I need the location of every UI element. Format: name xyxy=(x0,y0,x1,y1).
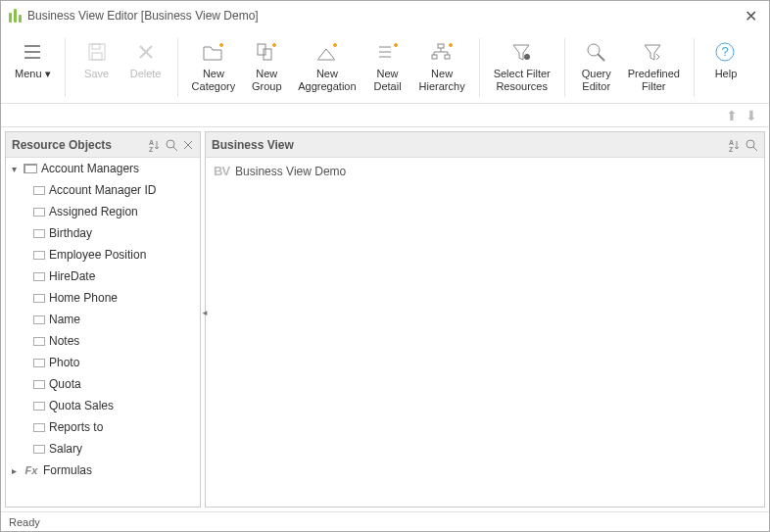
menu-label: Menu xyxy=(15,68,42,79)
new-aggregation-label: New Aggregation xyxy=(298,68,356,93)
business-view-item[interactable]: BV Business View Demo xyxy=(214,164,756,178)
tree-field-item[interactable]: Name xyxy=(6,309,200,330)
collapse-icon[interactable]: ▾ xyxy=(8,164,20,174)
tree-root-account-managers[interactable]: ▾ Account Managers xyxy=(6,158,200,179)
app-window: Business View Editor [Business View Demo… xyxy=(0,0,770,532)
menu-button[interactable]: Menu ▾ xyxy=(9,34,57,84)
help-button[interactable]: ? Help xyxy=(702,34,749,84)
tree-formulas-label: Formulas xyxy=(43,463,92,477)
select-filter-resources-label: Select Filter Resources xyxy=(494,68,551,93)
status-bar: Ready xyxy=(1,511,769,531)
delete-label: Delete xyxy=(130,68,162,80)
new-category-button[interactable]: New Category xyxy=(186,34,242,97)
column-icon xyxy=(33,272,45,281)
tree-field-label: Employee Position xyxy=(49,248,146,262)
tree-field-item[interactable]: Quota Sales xyxy=(6,395,200,416)
svg-point-31 xyxy=(524,54,530,60)
tree-field-label: Birthday xyxy=(49,226,92,240)
svg-line-47 xyxy=(753,147,757,151)
tree-field-label: Quota xyxy=(49,377,81,391)
move-up-button[interactable]: ⬆ xyxy=(724,108,740,123)
save-button: Save xyxy=(73,34,120,84)
sort-icon[interactable]: AZ xyxy=(147,138,161,152)
query-editor-button[interactable]: Query Editor xyxy=(573,34,620,97)
predefined-filter-icon xyxy=(640,38,667,66)
hierarchy-plus-icon xyxy=(428,38,456,66)
svg-text:?: ? xyxy=(721,44,728,59)
column-icon xyxy=(33,251,45,260)
column-icon xyxy=(33,445,45,454)
bv-icon: BV xyxy=(214,164,229,178)
filter-resources-icon xyxy=(508,38,536,66)
app-logo-icon xyxy=(9,9,22,23)
new-aggregation-button[interactable]: New Aggregation xyxy=(292,34,361,97)
new-detail-button[interactable]: New Detail xyxy=(364,34,411,97)
tree-field-item[interactable]: HireDate xyxy=(6,266,200,287)
new-category-label: New Category xyxy=(192,68,236,93)
tree-root-formulas[interactable]: ▸ Fx Formulas xyxy=(6,459,200,481)
resource-tree[interactable]: ▾ Account Managers Account Manager IDAss… xyxy=(6,158,200,507)
tree-field-label: Reports to xyxy=(49,420,103,434)
aggregation-plus-icon xyxy=(313,38,341,66)
tree-field-label: Quota Sales xyxy=(49,399,114,412)
move-down-button[interactable]: ⬇ xyxy=(744,108,759,123)
new-group-button[interactable]: New Group xyxy=(243,34,290,97)
search-icon[interactable] xyxy=(745,138,758,152)
tree-field-item[interactable]: Photo xyxy=(6,352,200,373)
tree-field-item[interactable]: Assigned Region xyxy=(6,201,200,222)
tree-field-item[interactable]: Notes xyxy=(6,330,200,352)
resource-objects-panel: Resource Objects AZ ▾ Account Managers A… xyxy=(5,131,201,508)
tree-field-item[interactable]: Employee Position xyxy=(6,244,200,266)
new-group-label: New Group xyxy=(252,68,282,93)
sort-icon[interactable]: AZ xyxy=(727,138,741,152)
business-view-header: Business View AZ xyxy=(206,132,764,158)
column-icon xyxy=(33,380,45,389)
svg-rect-22 xyxy=(438,44,444,48)
menu-icon xyxy=(19,38,46,66)
business-view-content: BV Business View Demo xyxy=(206,158,764,507)
tree-root-label: Account Managers xyxy=(41,162,139,175)
titlebar: Business View Editor [Business View Demo… xyxy=(1,1,769,30)
expand-icon[interactable]: ▸ xyxy=(8,465,20,476)
search-icon[interactable] xyxy=(165,138,178,152)
svg-rect-23 xyxy=(432,55,437,59)
tree-field-label: Name xyxy=(49,313,80,326)
svg-line-33 xyxy=(598,54,604,61)
select-filter-resources-button[interactable]: Select Filter Resources xyxy=(488,34,556,97)
column-icon xyxy=(33,402,45,411)
tree-field-item[interactable]: Home Phone xyxy=(6,287,200,309)
help-icon: ? xyxy=(712,38,740,66)
tree-field-item[interactable]: Quota xyxy=(6,373,200,395)
workspace: Resource Objects AZ ▾ Account Managers A… xyxy=(1,127,769,511)
column-icon xyxy=(33,294,45,303)
tree-field-label: Notes xyxy=(49,334,79,348)
svg-rect-24 xyxy=(445,55,450,59)
resource-objects-header: Resource Objects AZ xyxy=(6,132,200,158)
new-hierarchy-label: New Hierarchy xyxy=(419,68,465,93)
detail-plus-icon xyxy=(374,38,402,66)
new-hierarchy-button[interactable]: New Hierarchy xyxy=(413,34,471,97)
tree-field-label: Salary xyxy=(49,442,82,456)
tree-field-item[interactable]: Account Manager ID xyxy=(6,179,200,201)
panel-close-icon[interactable] xyxy=(182,139,194,151)
svg-rect-3 xyxy=(89,44,105,60)
svg-point-46 xyxy=(746,140,754,148)
column-icon xyxy=(33,359,45,367)
panel-splitter[interactable] xyxy=(201,305,207,334)
help-label: Help xyxy=(715,68,738,80)
window-close-button[interactable]: ✕ xyxy=(741,7,761,25)
column-icon xyxy=(33,208,45,217)
tree-field-label: Account Manager ID xyxy=(49,183,156,197)
tree-field-item[interactable]: Birthday xyxy=(6,222,200,244)
svg-text:A: A xyxy=(729,139,734,146)
group-plus-icon xyxy=(253,38,280,66)
tree-field-item[interactable]: Reports to xyxy=(6,416,200,438)
tree-field-item[interactable]: Salary xyxy=(6,438,200,459)
svg-rect-5 xyxy=(92,53,102,60)
predefined-filter-button[interactable]: Predefined Filter xyxy=(622,34,686,97)
status-text: Ready xyxy=(9,516,40,528)
column-icon xyxy=(33,315,45,324)
svg-line-40 xyxy=(173,147,177,151)
save-icon xyxy=(83,38,111,66)
svg-text:Z: Z xyxy=(149,146,154,152)
